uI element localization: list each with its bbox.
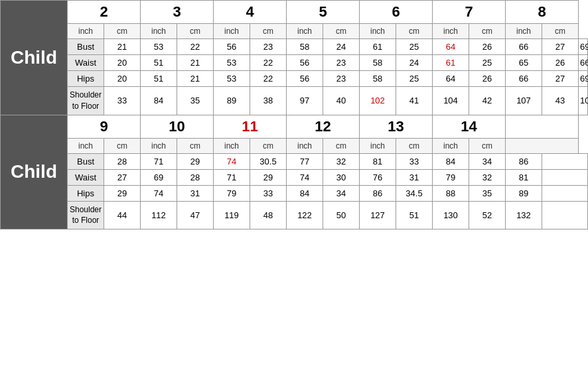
data-cell: 47 (177, 201, 214, 229)
size-2: 2 (68, 1, 141, 24)
data-cell: 74 (214, 153, 250, 169)
unit-s1-11: inch (433, 24, 469, 39)
row-label-hips-2: Hips (68, 185, 104, 201)
size-6: 6 (360, 1, 433, 24)
data-cell: 34 (469, 153, 506, 169)
data-cell: 50 (323, 201, 360, 229)
data-cell: 89 (214, 87, 250, 115)
data-cell: 35 (469, 185, 506, 201)
data-cell: 53 (141, 39, 177, 55)
data-cell: 51 (396, 201, 433, 229)
data-cell: 81 (506, 169, 542, 185)
data-cell: 34 (323, 185, 360, 201)
data-cell: 51 (141, 71, 177, 87)
size-12: 12 (287, 115, 360, 138)
data-cell: 33 (250, 185, 287, 201)
data-cell: 86 (360, 185, 396, 201)
unit-s2-9: inch (360, 138, 396, 153)
data-cell: 30 (323, 169, 360, 185)
data-cell: 69 (579, 71, 588, 87)
unit-s2-5: inch (214, 138, 250, 153)
data-cell: 89 (506, 185, 542, 201)
data-cell: 30.5 (250, 153, 287, 169)
data-cell: 77 (287, 153, 323, 169)
row-label-hips-1: Hips (68, 71, 104, 87)
data-cell: 27 (542, 39, 579, 55)
unit-s1-13: inch (506, 24, 542, 39)
unit-s1-3: inch (141, 24, 177, 39)
data-cell: 58 (287, 39, 323, 55)
data-cell: 38 (250, 87, 287, 115)
size-13: 13 (360, 115, 433, 138)
child-label-1: Child (1, 1, 68, 115)
data-cell: 109 (579, 87, 588, 115)
data-cell: 21 (177, 55, 214, 71)
data-cell: 35 (177, 87, 214, 115)
data-cell: 74 (141, 185, 177, 201)
data-cell: 81 (360, 153, 396, 169)
row-label-shoulder-1: Shoulderto Floor (68, 87, 104, 115)
data-cell: 24 (396, 55, 433, 71)
data-cell: 58 (360, 55, 396, 71)
data-cell: 42 (469, 87, 506, 115)
row-label-waist-1: Waist (68, 55, 104, 71)
data-cell: 69 (141, 169, 177, 185)
data-cell: 97 (287, 87, 323, 115)
data-cell: 79 (433, 169, 469, 185)
data-cell: 29 (177, 153, 214, 169)
size-8: 8 (506, 1, 579, 24)
data-cell: 58 (360, 71, 396, 87)
row-label-shoulder-2: Shoulderto Floor (68, 201, 104, 229)
unit-s1-9: inch (360, 24, 396, 39)
unit-s2-10: cm (396, 138, 433, 153)
data-cell: 25 (396, 71, 433, 87)
data-cell: 53 (214, 55, 250, 71)
data-cell: 88 (433, 185, 469, 201)
empty-data (542, 153, 588, 169)
data-cell: 56 (214, 39, 250, 55)
data-cell: 22 (177, 39, 214, 55)
data-cell: 23 (323, 71, 360, 87)
data-cell: 21 (177, 71, 214, 87)
child-label-2: Child (1, 115, 68, 229)
size-10: 10 (141, 115, 214, 138)
row-label-bust-1: Bust (68, 39, 104, 55)
empty-data (542, 169, 588, 185)
data-cell: 40 (323, 87, 360, 115)
size-7: 7 (433, 1, 506, 24)
data-cell: 32 (469, 169, 506, 185)
data-cell: 71 (141, 153, 177, 169)
unit-s2-3: inch (141, 138, 177, 153)
data-cell: 132 (506, 201, 542, 229)
unit-s1-6: cm (250, 24, 287, 39)
data-cell: 26 (469, 39, 506, 55)
size-14: 14 (433, 115, 506, 138)
data-cell: 21 (104, 39, 141, 55)
data-cell: 23 (323, 55, 360, 71)
data-cell: 66 (506, 71, 542, 87)
unit-s2-12: cm (469, 138, 506, 153)
size-9: 9 (68, 115, 141, 138)
data-cell: 41 (396, 87, 433, 115)
data-cell: 48 (250, 201, 287, 229)
data-cell: 28 (104, 153, 141, 169)
data-cell: 61 (360, 39, 396, 55)
data-cell: 84 (287, 185, 323, 201)
data-cell: 122 (287, 201, 323, 229)
data-cell: 127 (360, 201, 396, 229)
size-4: 4 (214, 1, 287, 24)
data-cell: 56 (287, 71, 323, 87)
data-cell: 74 (287, 169, 323, 185)
row-label-waist-2: Waist (68, 169, 104, 185)
data-cell: 61 (433, 55, 469, 71)
data-cell: 65 (506, 55, 542, 71)
data-cell: 32 (323, 153, 360, 169)
unit-s1-5: inch (214, 24, 250, 39)
data-cell: 31 (396, 169, 433, 185)
data-cell: 22 (250, 55, 287, 71)
unit-s2-4: cm (177, 138, 214, 153)
data-cell: 20 (104, 55, 141, 71)
unit-s1-12: cm (469, 24, 506, 39)
size-3: 3 (141, 1, 214, 24)
data-cell: 69 (579, 39, 588, 55)
